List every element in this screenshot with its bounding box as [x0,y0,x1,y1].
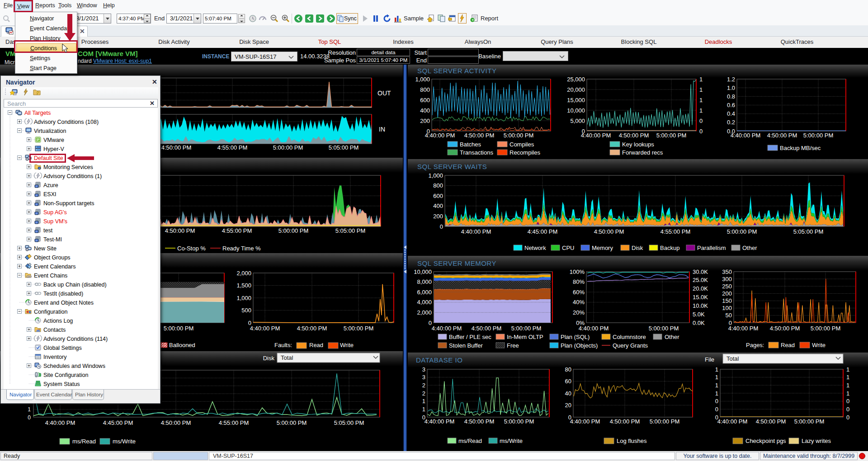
svg-text:Co-Stop %: Co-Stop % [177,245,206,252]
svg-text:SQL SERVER MEMORY: SQL SERVER MEMORY [417,259,496,267]
svg-text:5:00:00 PM: 5:00:00 PM [650,418,680,425]
svg-text:3: 3 [422,366,425,373]
svg-text:1,000: 1,000 [428,172,443,179]
svg-text:350: 350 [722,268,732,275]
svg-text:Hyper-V: Hyper-V [43,146,65,152]
svg-text:4:50:00 PM: 4:50:00 PM [464,418,495,425]
svg-text:0: 0 [699,128,703,135]
svg-text:1: 1 [699,86,703,93]
svg-text:300: 300 [722,276,732,282]
svg-text:4:50:00 PM: 4:50:00 PM [472,325,502,332]
svg-text:0: 0 [715,398,718,405]
svg-text:Azure: Azure [43,182,58,188]
svg-text:Log flushes: Log flushes [617,437,647,444]
svg-text:8,000: 8,000 [417,278,432,285]
svg-text:4:40:00 PM: 4:40:00 PM [731,132,761,139]
svg-text:ms/Write: ms/Write [113,438,136,445]
svg-text:1: 1 [422,406,425,413]
svg-text:4:50:00 PM: 4:50:00 PM [297,325,327,332]
svg-text:Advisory Conditions (108): Advisory Conditions (108) [34,119,99,125]
svg-text:5:00:00 PM: 5:00:00 PM [273,144,303,151]
svg-text:5:00:00 PM: 5:00:00 PM [811,325,841,332]
svg-text:Buffer / PLE sec: Buffer / PLE sec [449,334,491,340]
svg-text:1,500: 1,500 [236,282,251,289]
svg-text:Parallelism: Parallelism [697,245,726,251]
svg-text:test: test [43,227,53,234]
svg-text:5:05:00 PM: 5:05:00 PM [335,227,366,234]
svg-text:Memory: Memory [592,245,613,251]
svg-text:Write: Write [812,342,826,348]
svg-text:5:00:00 PM: 5:00:00 PM [656,132,687,139]
svg-text:Sup AG's: Sup AG's [43,209,67,216]
svg-text:4:50:00 PM: 4:50:00 PM [756,418,786,425]
svg-text:25,000: 25,000 [567,76,585,83]
svg-text:Advisory Conditions (1): Advisory Conditions (1) [43,173,102,179]
svg-text:4:40:00 PM: 4:40:00 PM [432,325,462,332]
svg-text:0: 0 [715,406,718,413]
svg-text:4:50:00 PM: 4:50:00 PM [610,418,640,425]
svg-text:800: 800 [433,182,443,189]
svg-text:Ballooned: Ballooned [169,342,195,348]
svg-text:Back up Chain (disabled): Back up Chain (disabled) [43,282,107,288]
svg-text:Batches: Batches [460,141,481,148]
svg-text:4:50:00 PM: 4:50:00 PM [770,325,800,332]
svg-text:Sup VM's: Sup VM's [43,218,67,225]
svg-text:1: 1 [715,366,718,373]
svg-text:Virtualization: Virtualization [34,128,66,134]
svg-text:ESXI: ESXI [43,191,57,198]
svg-text:0: 0 [440,223,443,230]
svg-text:Advisory Conditions (114): Advisory Conditions (114) [43,336,108,342]
svg-text:500: 500 [241,307,251,314]
svg-text:5:00:00 PM: 5:00:00 PM [649,325,679,332]
svg-text:40%: 40% [573,299,585,306]
svg-text:80%: 80% [573,278,585,285]
svg-text:4:55:00 PM: 4:55:00 PM [222,227,252,234]
svg-text:5:05:00 PM: 5:05:00 PM [329,144,359,151]
svg-text:80: 80 [565,366,571,373]
svg-text:15,000: 15,000 [567,97,585,103]
svg-text:20: 20 [565,402,571,409]
svg-text:0.6: 0.6 [727,102,735,108]
svg-text:10.0K: 10.0K [693,302,708,309]
svg-text:1: 1 [715,390,718,397]
svg-text:2: 2 [422,382,425,389]
svg-text:Plan (Objects): Plan (Objects) [561,342,598,349]
svg-text:Monitoring Services: Monitoring Services [43,164,93,170]
svg-text:4:40:00 PM: 4:40:00 PM [579,325,609,332]
svg-text:Contacts: Contacts [43,327,66,333]
svg-text:Forwarded recs: Forwarded recs [622,149,663,156]
svg-text:10,000: 10,000 [567,107,585,114]
svg-text:5:00:00 PM: 5:00:00 PM [278,227,309,234]
svg-text:In-Mem OLTP: In-Mem OLTP [507,334,543,340]
svg-text:600: 600 [420,97,430,103]
svg-text:Compiles: Compiles [509,141,534,148]
svg-text:1: 1 [846,390,849,397]
svg-text:SQL SERVER ACTIVITY: SQL SERVER ACTIVITY [417,67,496,75]
svg-text:800: 800 [420,86,430,93]
svg-text:Other: Other [742,245,757,251]
svg-text:Pages:: Pages: [746,342,764,348]
svg-text:4:45:00 PM: 4:45:00 PM [103,419,133,426]
svg-text:Disk: Disk [632,245,643,251]
svg-text:4,000: 4,000 [417,299,432,306]
svg-text:TestIt (disabled): TestIt (disabled) [43,291,83,297]
svg-text:DATABASE IO: DATABASE IO [416,356,462,364]
svg-text:1.0: 1.0 [727,85,735,91]
svg-text:4:40:00 PM: 4:40:00 PM [250,325,280,332]
svg-text:Other: Other [665,334,679,340]
svg-text:4:50:00 PM: 4:50:00 PM [767,132,797,139]
svg-text:50: 50 [726,312,732,319]
svg-text:5:00:00 PM: 5:00:00 PM [803,132,834,139]
svg-text:5,000: 5,000 [570,118,585,124]
svg-text:IN: IN [379,126,385,133]
svg-text:CPU: CPU [562,245,574,251]
svg-text:5:00:00 PM: 5:00:00 PM [511,325,542,332]
svg-text:Checkpoint pgs: Checkpoint pgs [745,437,786,444]
svg-text:Disk: Disk [263,355,275,362]
svg-text:1: 1 [846,374,849,381]
svg-text:200: 200 [433,213,443,220]
svg-text:1: 1 [715,374,718,381]
svg-text:5:05:00 PM: 5:05:00 PM [334,419,364,426]
svg-text:Schedules and Windows: Schedules and Windows [43,363,105,369]
svg-text:4:55:00 PM: 4:55:00 PM [219,419,249,426]
